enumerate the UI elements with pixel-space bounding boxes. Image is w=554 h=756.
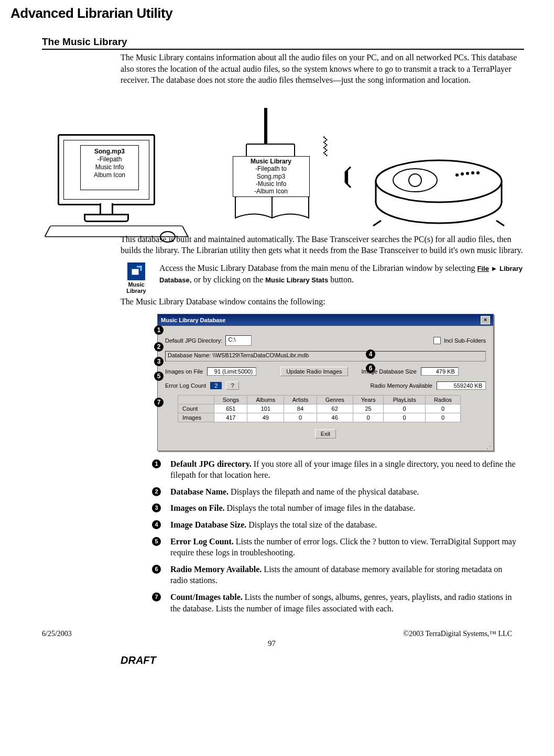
callout-4: 4 [366,349,375,359]
resize-grip-icon[interactable]: ⋰ [158,446,493,451]
access-pre: Access the Music Library Database from t… [159,264,477,272]
table-cell: 62 [317,404,353,413]
table-row-label: Count [178,404,214,413]
error-log-view-button[interactable]: ? [226,381,238,390]
table-header: Genres [317,395,353,404]
definition-number: 4 [152,520,161,529]
pc-info-title: Song.mp3 [81,148,138,156]
definition-item: 6Radio Memory Available. Lists the amoun… [152,564,519,586]
svg-rect-9 [132,269,139,275]
svg-point-5 [461,172,464,176]
table-cell: 0 [384,404,426,413]
router-info-l1: -Filepath to [233,165,309,172]
table-cell: 101 [247,404,284,413]
definition-text: Images on File. Displays the total numbe… [170,502,519,514]
access-post: button. [328,275,354,284]
svg-point-4 [455,173,459,177]
definition-text: Database Name. Displays the filepath and… [170,486,519,498]
definition-number: 7 [152,593,161,601]
incl-subfolders-checkbox[interactable] [433,337,441,344]
callout-5: 5 [154,371,164,381]
definition-number: 5 [152,537,161,546]
music-library-stats-button-ref: Music Library Stats [265,276,328,284]
svg-point-3 [409,174,421,187]
pc-illustration: Song.mp3 -Filepath Music Info Album Icon [52,134,173,228]
table-cell: 25 [353,404,383,413]
callout-7: 7 [154,398,164,407]
jpg-dir-label: Default JPG Directory: [165,337,222,344]
svg-point-8 [476,171,480,174]
table-cell: 0 [284,413,317,422]
error-log-count-value: 2 [210,382,222,389]
menu-file: File [477,265,488,272]
callout-2: 2 [154,342,164,352]
table-cell: 46 [317,413,353,422]
definitions-list: 1Default JPG directory. If you store all… [152,458,519,615]
close-icon[interactable]: × [481,316,490,324]
dialog-screenshot: 1 2 3 4 6 5 7 Music Library Database × D… [157,314,503,451]
table-row-label: Images [178,413,214,422]
definition-lead: Images on File. [170,503,225,512]
definition-item: 1Default JPG directory. If you store all… [152,458,519,481]
table-cell: 84 [284,404,317,413]
images-on-file-value: 91 (Limit:5000) [207,367,256,376]
pc-info-l2: Music Info [81,163,138,171]
table-cell: 417 [214,413,247,422]
image-db-size-value: 479 KB [421,367,459,376]
update-radio-images-button[interactable]: Update Radio Images [280,367,347,376]
table-cell: 0 [384,413,426,422]
incl-subfolders-label: Incl Sub-Folders [444,337,486,344]
error-log-count-label: Error Log Count [165,382,206,389]
definition-number: 1 [152,459,161,468]
table-cell: 651 [214,404,247,413]
radio-memory-label: Radio Memory Available [371,382,432,389]
definition-item: 3Images on File. Displays the total numb… [152,502,519,514]
footer-copyright: ©2003 TerraDigital Systems,™ LLC [404,630,512,638]
database-name-field: Database Name: \\WSB129\TerraDataCO\MusL… [165,351,486,361]
table-header: Albums [247,395,284,404]
definition-body: Displays the total size of the database. [246,520,377,529]
table-header: Songs [214,395,247,404]
architecture-diagram: Song.mp3 -Filepath Music Info Album Icon… [52,92,512,228]
table-header: Radios [426,395,461,404]
db-name-label: Database Name: [168,352,211,358]
pc-info-box: Song.mp3 -Filepath Music Info Album Icon [80,145,139,190]
pc-info-l3: Album Icon [81,171,138,179]
table-header: PlayLists [384,395,426,404]
definition-number: 6 [152,565,161,574]
menu-arrow: ► [489,265,499,272]
definition-text: Image Database Size. Displays the total … [170,519,519,531]
definition-body: Displays the total number of image files… [225,503,416,512]
db-name-value: \\WSB129\TerraDataCO\MusLibr.mdb [213,352,309,358]
definition-lead: Database Name. [170,487,229,496]
music-library-icon-caption: Music Library [121,281,152,294]
table-cell: 0 [426,404,461,413]
table-header [178,395,214,404]
images-on-file-label: Images on File [165,368,203,375]
access-instructions: Access the Music Library Database from t… [159,262,524,285]
definition-body: Displays the filepath and name of the ph… [229,487,419,496]
callout-1: 1 [154,325,164,335]
definition-lead: Count/Images table. [170,593,243,601]
base-transceiver-illustration: ⦚ Music Library -Filepath to Song.mp3 -M… [222,108,317,228]
section-title: The Music Library [42,36,524,50]
router-info-box: Music Library -Filepath to Song.mp3 -Mus… [233,156,310,197]
router-info-title: Music Library [233,158,309,165]
table-header: Years [353,395,383,404]
table-cell: 0 [353,413,383,422]
router-info-l2: Song.mp3 [233,173,309,180]
pc-info-l1: -Filepath [81,156,138,163]
dialog-title: Music Library Database [161,317,226,323]
table-row: Images41749046000 [178,413,461,422]
exit-button[interactable]: Exit [315,429,336,439]
definition-lead: Radio Memory Available. [170,565,262,574]
library-stats-icon [127,262,145,280]
dialog-titlebar[interactable]: Music Library Database × [158,314,493,326]
doc-title: Advanced Librarian Utility [10,5,533,21]
jpg-dir-input[interactable]: C:\ [225,335,252,346]
access-mid: , or by clicking on the [190,275,265,284]
callout-6: 6 [366,364,375,373]
definition-text: Error Log Count. Lists the number of err… [170,536,519,558]
svg-point-7 [471,171,474,174]
definition-lead: Default JPG directory. [170,459,252,468]
